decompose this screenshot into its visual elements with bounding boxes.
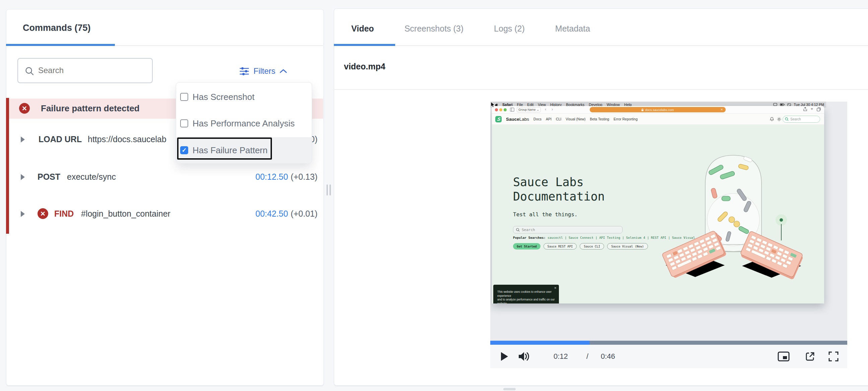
video-controls: 0:12 / 0:46 xyxy=(490,345,847,368)
panel-resize-handle[interactable] xyxy=(327,185,332,196)
traffic-light-close xyxy=(495,108,498,111)
video-current-time: 0:12 xyxy=(554,352,568,361)
tab-overview-icon xyxy=(817,107,821,111)
site-hero: Sauce Labs Documentation Test all the th… xyxy=(492,125,824,304)
banner-text: Failure pattern detected xyxy=(41,103,140,114)
hero-buttons: Get Started Sauce REST API Sauce CLI Sau… xyxy=(513,243,648,250)
video-frame[interactable]: Safari File Edit View History Bookmarks … xyxy=(490,102,847,341)
filter-option-has-performance-analysis[interactable]: Has Performance Analysis xyxy=(176,115,312,132)
get-started-button: Get Started xyxy=(513,243,540,250)
sauce-visual-button: Sauce Visual (New) xyxy=(607,243,648,250)
video-progress-fill xyxy=(490,341,590,345)
failure-group-bar xyxy=(6,98,9,234)
command-value: https://docs.saucelab xyxy=(88,134,166,144)
safari-window: Group Name⌄ ‹ › docs.saucelabs.com ✕ xyxy=(492,106,824,304)
video-tab-underline xyxy=(334,44,395,46)
filters-icon xyxy=(239,66,249,77)
cookie-banner: ✕ This website uses cookies to enhance u… xyxy=(493,285,559,304)
command-method: POST xyxy=(37,172,60,182)
error-icon: ✕ xyxy=(37,208,48,219)
filter-option-has-screenshot[interactable]: Has Screenshot xyxy=(176,88,312,106)
site-brand: SauceLabs xyxy=(506,117,529,122)
command-delta: (+0.01) xyxy=(291,209,317,218)
expand-caret-icon[interactable] xyxy=(21,174,25,180)
command-delta: (+0.13) xyxy=(291,172,317,181)
filters-label: Filters xyxy=(253,66,275,76)
site-navbar: SauceLabs Docs API CLI Visual (New) Beta… xyxy=(492,114,824,125)
command-timestamp: 00:42.50 xyxy=(255,209,288,218)
open-in-new-button[interactable] xyxy=(805,352,815,361)
filter-option-has-failure-pattern[interactable]: Has Failure Pattern xyxy=(176,137,312,163)
site-nav-error-reporting: Error Reporting xyxy=(614,117,638,121)
expand-caret-icon[interactable] xyxy=(21,137,25,142)
forward-icon: › xyxy=(552,107,553,112)
site-nav-visual: Visual (New) xyxy=(566,117,585,121)
asset-tabs: Video Screenshots (3) Logs (2) Metadata xyxy=(351,24,590,33)
command-method: FIND xyxy=(54,208,74,219)
command-search-input[interactable] xyxy=(37,60,149,81)
checkbox-unchecked[interactable] xyxy=(180,93,188,101)
app-root: Commands (75) Filters ✕ Failure xyxy=(0,0,868,391)
command-search-box xyxy=(18,58,153,83)
command-value: execute/sync xyxy=(67,172,116,182)
time-separator: / xyxy=(586,352,588,361)
bell-icon xyxy=(770,117,774,121)
command-timestamp: 00:12.50 xyxy=(255,172,288,181)
tab-screenshots[interactable]: Screenshots (3) xyxy=(405,24,463,33)
checkbox-checked[interactable] xyxy=(180,146,188,154)
play-button[interactable] xyxy=(500,352,508,361)
cookie-close-icon: ✕ xyxy=(554,286,557,290)
chevron-up-icon xyxy=(279,68,287,74)
video-progress-bar[interactable] xyxy=(490,341,847,345)
stop-loading-icon: ✕ xyxy=(720,108,723,111)
video-duration: 0:46 xyxy=(601,352,615,361)
address-url: docs.saucelabs.com xyxy=(645,108,674,112)
filter-option-label: Has Screenshot xyxy=(192,92,254,102)
hero-subtitle: Test all the things. xyxy=(513,211,578,218)
brightness-icon xyxy=(777,117,781,121)
sauce-cli-button: Sauce CLI xyxy=(580,243,604,250)
site-nav-beta: Beta Testing xyxy=(590,117,610,121)
site-nav-cli: CLI xyxy=(556,117,561,121)
volume-button[interactable] xyxy=(518,352,530,362)
command-value: #login_button_container xyxy=(81,208,170,219)
picture-in-picture-button[interactable] xyxy=(778,352,789,362)
sauce-rest-api-button: Sauce REST API xyxy=(544,243,577,250)
hero-search-box: Search xyxy=(513,226,623,233)
sidebar-icon xyxy=(510,108,515,112)
expand-caret-icon[interactable] xyxy=(21,211,25,217)
hero-title: Sauce Labs Documentation xyxy=(513,175,605,204)
address-bar: docs.saucelabs.com ✕ xyxy=(590,107,726,112)
tab-logs[interactable]: Logs (2) xyxy=(494,24,525,33)
filter-option-label: Has Failure Pattern xyxy=(192,145,268,155)
tab-metadata[interactable]: Metadata xyxy=(555,24,590,33)
lock-icon xyxy=(641,108,644,111)
filter-option-label: Has Performance Analysis xyxy=(192,119,295,128)
site-nav-api: API xyxy=(546,117,552,121)
horizontal-scrollbar[interactable] xyxy=(503,388,516,390)
commands-tab-underline xyxy=(6,44,115,46)
fullscreen-button[interactable] xyxy=(829,352,839,362)
tab-group-selector: Group Name⌄ xyxy=(517,107,541,112)
title-divider xyxy=(334,89,868,90)
search-icon xyxy=(25,66,34,76)
checkbox-unchecked[interactable] xyxy=(180,119,188,128)
saucelabs-logo-icon xyxy=(495,116,502,122)
cookie-text: This website uses cookies to enhance use… xyxy=(497,290,556,304)
filters-dropdown: Has Screenshot Has Performance Analysis … xyxy=(176,82,312,163)
site-nav-docs: Docs xyxy=(533,117,541,121)
filters-button[interactable]: Filters xyxy=(239,64,287,78)
back-icon: ‹ xyxy=(545,107,546,112)
share-icon xyxy=(803,107,807,111)
site-search-box: Search xyxy=(783,116,820,123)
tab-commands[interactable]: Commands (75) xyxy=(23,23,91,33)
hero-illustration xyxy=(653,136,824,294)
error-icon: ✕ xyxy=(19,103,30,114)
safari-toolbar: Group Name⌄ ‹ › docs.saucelabs.com ✕ xyxy=(492,106,824,114)
traffic-light-zoom xyxy=(504,108,507,111)
asset-tabbar-divider xyxy=(334,45,868,46)
tab-video[interactable]: Video xyxy=(351,24,374,33)
traffic-light-minimize xyxy=(499,108,502,111)
video-file-title: video.mp4 xyxy=(344,62,385,72)
command-method: LOAD URL xyxy=(38,134,82,144)
